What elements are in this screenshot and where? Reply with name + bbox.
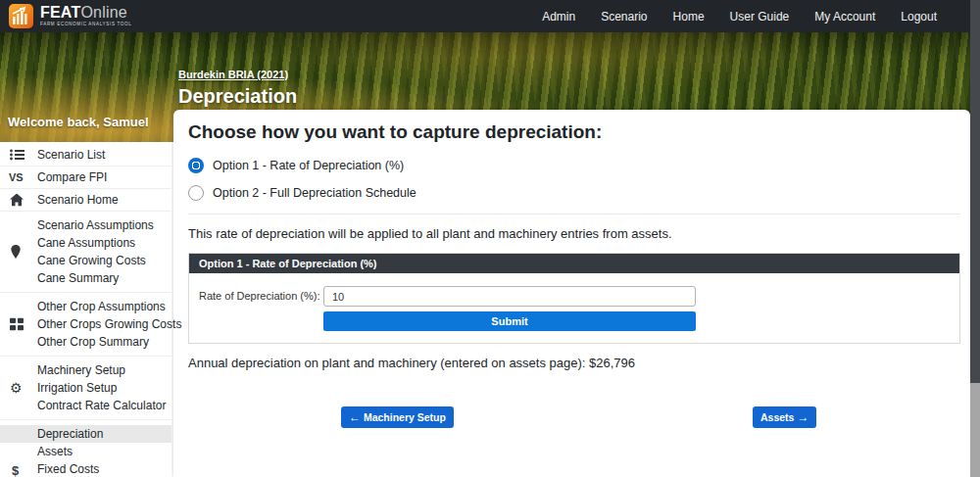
sidebar-item-label: Compare FPI bbox=[37, 170, 107, 184]
left-arrow-icon: ← bbox=[349, 410, 361, 424]
brand-tagline: FARM ECONOMIC ANALYSIS TOOL bbox=[40, 23, 131, 27]
rate-input[interactable] bbox=[323, 286, 696, 307]
sidebar-group-other-crops: Other Crop Assumptions Other Crops Growi… bbox=[0, 293, 172, 357]
radio-option-2-label: Option 2 - Full Depreciation Schedule bbox=[213, 186, 416, 200]
vertical-scrollbar[interactable] bbox=[970, 0, 980, 477]
top-navbar: FEATOnline FARM ECONOMIC ANALYSIS TOOL A… bbox=[0, 0, 980, 32]
divider bbox=[188, 214, 960, 215]
sidebar-item-machinery-setup[interactable]: Machinery Setup bbox=[0, 361, 172, 379]
sidebar-item-compare-fpi[interactable]: VS Compare FPI bbox=[0, 167, 172, 189]
scrollbar-thumb[interactable] bbox=[970, 0, 980, 383]
page-title: Depreciation bbox=[178, 85, 297, 108]
brand-logo[interactable]: FEATOnline FARM ECONOMIC ANALYSIS TOOL bbox=[0, 4, 131, 28]
welcome-message: Welcome back, Samuel bbox=[8, 115, 149, 129]
assets-button[interactable]: Assets → bbox=[753, 406, 816, 428]
sidebar-item-cane-growing-costs[interactable]: Cane Growing Costs bbox=[0, 252, 172, 269]
sidebar-item-scenario-home[interactable]: Scenario Home bbox=[0, 189, 172, 212]
sidebar-item-scenario-assumptions[interactable]: Scenario Assumptions bbox=[0, 216, 172, 234]
sidebar-item-contract-rate-calculator[interactable]: Contract Rate Calculator bbox=[0, 397, 172, 414]
top-nav-links: Admin Scenario Home User Guide My Accoun… bbox=[542, 10, 980, 24]
nav-link-logout[interactable]: Logout bbox=[901, 10, 937, 24]
vs-icon: VS bbox=[9, 167, 24, 188]
sidebar-item-cane-assumptions[interactable]: Cane Assumptions bbox=[0, 234, 172, 252]
hero-text: Burdekin BRIA (2021) Depreciation bbox=[178, 65, 297, 108]
home-icon bbox=[10, 194, 24, 207]
grid-icon bbox=[10, 318, 24, 331]
breadcrumb-scenario-link[interactable]: Burdekin BRIA (2021) bbox=[178, 69, 288, 80]
sidebar-item-label: Scenario List bbox=[37, 148, 105, 162]
radio-selected-icon[interactable] bbox=[188, 158, 204, 173]
nav-link-scenario[interactable]: Scenario bbox=[601, 10, 647, 24]
radio-unselected-icon[interactable] bbox=[188, 185, 204, 201]
page-nav-buttons: ← Machinery Setup Assets → bbox=[188, 406, 960, 428]
feat-logo-icon bbox=[9, 4, 33, 28]
radio-option-1[interactable]: Option 1 - Rate of Depreciation (%) bbox=[188, 158, 404, 173]
option1-panel: Option 1 - Rate of Depreciation (%) Rate… bbox=[188, 253, 960, 344]
sidebar-item-fixed-costs[interactable]: Fixed Costs bbox=[0, 460, 172, 477]
sidebar-item-cane-summary[interactable]: Cane Summary bbox=[0, 269, 172, 287]
nav-link-user-guide[interactable]: User Guide bbox=[730, 10, 790, 24]
radio-option-2[interactable]: Option 2 - Full Depreciation Schedule bbox=[188, 185, 416, 201]
hero-shade bbox=[0, 32, 970, 58]
nav-link-home[interactable]: Home bbox=[673, 10, 705, 24]
sidebar-group-setup: ⚙ Machinery Setup Irrigation Setup Contr… bbox=[0, 357, 172, 420]
nav-link-my-account[interactable]: My Account bbox=[814, 10, 875, 24]
content-card: Choose how you want to capture depreciat… bbox=[173, 110, 970, 477]
radio-option-1-label: Option 1 - Rate of Depreciation (%) bbox=[213, 159, 404, 172]
rate-field-label: Rate of Depreciation (%): bbox=[199, 286, 323, 302]
rate-note: This rate of depreciation will be applie… bbox=[188, 226, 960, 241]
sidebar-item-assets[interactable]: Assets bbox=[0, 443, 172, 460]
content-heading: Choose how you want to capture depreciat… bbox=[188, 121, 960, 143]
machinery-setup-button[interactable]: ← Machinery Setup bbox=[341, 406, 454, 428]
dollar-icon: $ bbox=[12, 463, 19, 477]
sidebar-item-depreciation[interactable]: Depreciation bbox=[0, 425, 172, 443]
sidebar-item-label: Scenario Home bbox=[37, 193, 119, 207]
page: FEATOnline FARM ECONOMIC ANALYSIS TOOL A… bbox=[0, 0, 980, 477]
sidebar-item-scenario-list[interactable]: Scenario List bbox=[0, 144, 172, 167]
sidebar-item-other-crop-summary[interactable]: Other Crop Summary bbox=[0, 333, 172, 351]
sidebar-group-cane: Scenario Assumptions Cane Assumptions Ca… bbox=[0, 212, 172, 293]
rate-form-row: Rate of Depreciation (%): bbox=[199, 286, 950, 307]
sidebar-item-other-crops-growing-costs[interactable]: Other Crops Growing Costs bbox=[0, 315, 172, 333]
map-marker-icon bbox=[10, 245, 22, 260]
panel-body: Rate of Depreciation (%): Submit bbox=[189, 273, 959, 343]
brand-name: FEATOnline bbox=[40, 5, 131, 21]
submit-button[interactable]: Submit bbox=[323, 311, 696, 331]
nav-link-admin[interactable]: Admin bbox=[542, 10, 575, 24]
sidebar-item-irrigation-setup[interactable]: Irrigation Setup bbox=[0, 379, 172, 397]
brand-text: FEATOnline FARM ECONOMIC ANALYSIS TOOL bbox=[40, 5, 131, 27]
sidebar: Scenario List VS Compare FPI Scenario Ho… bbox=[0, 142, 172, 477]
annual-depreciation-summary: Annual depreciation on plant and machine… bbox=[188, 356, 960, 370]
gear-icon: ⚙ bbox=[10, 381, 23, 395]
panel-header: Option 1 - Rate of Depreciation (%) bbox=[189, 254, 959, 273]
sidebar-item-other-crop-assumptions[interactable]: Other Crop Assumptions bbox=[0, 298, 172, 315]
list-icon bbox=[10, 149, 24, 161]
sidebar-group-financials: $ Depreciation Assets Fixed Costs Other … bbox=[0, 420, 172, 477]
right-arrow-icon: → bbox=[797, 410, 808, 424]
